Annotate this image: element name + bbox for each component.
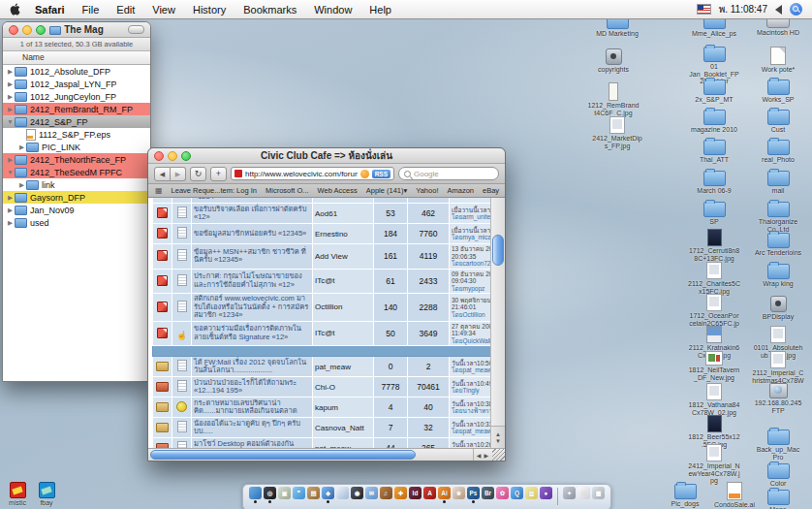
finder-row[interactable]: ▶used xyxy=(3,216,150,229)
menu-item-file[interactable]: File xyxy=(74,4,109,16)
dock-item-notes-doc[interactable]: ≡ xyxy=(578,487,591,503)
finder-row[interactable]: ▼2412_S&P_FP xyxy=(3,115,150,128)
disclosure-triangle-icon[interactable]: ▼ xyxy=(6,118,15,125)
bookmark-item[interactable]: Amazon xyxy=(447,186,474,195)
last-post-author-link[interactable]: โดยOctillion xyxy=(452,311,490,319)
dock-item-spot-key[interactable]: ✦ xyxy=(563,487,577,503)
desktop-icon-1812-vathana84cx78w-02-jpg[interactable]: 1812_Vathana84Cx78W_02.jpg xyxy=(688,383,740,416)
finder-row[interactable]: ▶1012_Absolute_DFP xyxy=(3,65,150,78)
snapback-icon[interactable] xyxy=(360,170,369,178)
dock-item-trash[interactable]: ▦ xyxy=(592,487,606,503)
volume-icon[interactable] xyxy=(775,5,782,15)
finder-row[interactable]: 1112_S&P_FP.eps xyxy=(3,128,150,141)
desktop-icon-real-photo[interactable]: real_Photo xyxy=(752,140,804,164)
desktop-icon-fbay[interactable]: fbay xyxy=(20,482,73,507)
dock-item-itunes[interactable]: ♪ xyxy=(336,487,350,503)
disclosure-triangle-icon[interactable]: ▶ xyxy=(6,194,15,202)
dock-item-finder[interactable] xyxy=(249,487,263,503)
reload-button[interactable]: ↻ xyxy=(190,167,206,181)
author-link[interactable]: Casnova_Natt xyxy=(315,424,364,432)
dock-item-toolbox[interactable]: ✚ xyxy=(394,487,408,503)
last-post-author-link[interactable]: โดยนางฟ้าหรรษา xyxy=(452,407,490,415)
author-link[interactable]: Aod61 xyxy=(315,209,337,218)
last-post-author-link[interactable]: โดยpat_meaw xyxy=(452,428,490,435)
dock-item-preview[interactable]: ▣ xyxy=(278,487,292,503)
disclosure-triangle-icon[interactable]: ▶ xyxy=(17,143,26,151)
author-link[interactable]: ITc@t xyxy=(315,276,335,285)
topic-subject-link[interactable]: ขอข้อมูลสมาชิกหน่อยครับ «12345» xyxy=(194,230,310,239)
add-bookmark-button[interactable]: + xyxy=(210,167,227,181)
menu-item-bookmarks[interactable]: Bookmarks xyxy=(234,4,305,16)
menu-item-help[interactable]: Help xyxy=(360,4,400,16)
last-post-author-link[interactable]: โดยTingly xyxy=(452,387,490,395)
finder-row[interactable]: ▼2412_TheSeedM FPFC xyxy=(3,166,150,178)
search-placeholder[interactable]: Google xyxy=(414,170,439,178)
horizontal-scroll-thumb[interactable] xyxy=(150,450,416,460)
disclosure-triangle-icon[interactable]: ▶ xyxy=(17,181,26,189)
dock-item-photoshop[interactable]: Ps xyxy=(467,487,481,503)
topic-subject-link[interactable]: น้องออได้แวะมาดูคับ ดุๆ ปีกๆ ครับบบ..... xyxy=(194,420,310,436)
disclosure-triangle-icon[interactable]: ▶ xyxy=(6,93,15,101)
bookmark-item[interactable]: Leave Reque...tem: Log In xyxy=(172,186,257,195)
disclosure-triangle-icon[interactable]: ▶ xyxy=(6,68,15,76)
dock-item-garageband[interactable]: ♬ xyxy=(380,487,393,503)
dock-item-acrobat[interactable]: A xyxy=(423,487,437,503)
desktop-icon-wrap-king[interactable]: Wrap king xyxy=(752,264,804,288)
bookmark-item[interactable]: Web Access xyxy=(318,186,358,195)
desktop-icon-192-168-80-245-ftp[interactable]: 192.168.80.245 FTP xyxy=(752,383,804,414)
menu-item-edit[interactable]: Edit xyxy=(108,4,143,16)
author-link[interactable]: pat_meaw xyxy=(315,363,351,371)
finder-row[interactable]: ▶1012_JungCeylon_FP xyxy=(3,90,150,103)
finder-row[interactable]: ▶2412_TheNorthFace_FP xyxy=(3,153,150,166)
last-post-author-link[interactable]: โดยcartoon7257 xyxy=(452,260,490,268)
menu-item-view[interactable]: View xyxy=(143,4,184,16)
last-post-author-link[interactable]: โดยmya_mica xyxy=(452,234,490,241)
desktop-icon-sp[interactable]: SP xyxy=(688,202,740,226)
input-language-flag-icon[interactable] xyxy=(697,4,711,15)
desktop-icon-thaiorganize-co-ltd[interactable]: Thaiorganize Co.,Ltd xyxy=(752,202,804,233)
finder-row[interactable]: ▶1012_Jaspal_LYN_FP xyxy=(3,78,150,90)
horizontal-scroll-arrows[interactable]: ◀▶ xyxy=(473,449,491,461)
topic-subject-link[interactable]: ป่วนป่วนป่วยอะไรก็ได้ให้ถามพระ «12...194… xyxy=(194,379,310,396)
desktop-icon-mail[interactable]: mail xyxy=(752,171,804,195)
vertical-scrollbar[interactable]: ▲▼ xyxy=(490,198,505,448)
desktop-icon-copyrights[interactable]: copyrights xyxy=(587,48,640,74)
finder-row[interactable]: ▶link xyxy=(3,178,150,191)
safari-titlebar[interactable]: Civic Club Cafe => ห้องนั่งเล่น xyxy=(148,148,505,164)
toolbar-toggle-button[interactable] xyxy=(128,25,144,34)
last-post-author-link[interactable]: โดยQuickWalker xyxy=(452,337,490,345)
desktop-icon-work-pote[interactable]: Work pote* xyxy=(752,47,804,74)
bookmark-item[interactable]: Yahoo! xyxy=(416,186,438,195)
dock-item-quicktime[interactable]: Q xyxy=(511,487,524,503)
dock-item-iphoto[interactable]: ❀ xyxy=(453,487,466,503)
author-link[interactable]: Chi-O xyxy=(315,383,335,392)
last-post-author-link[interactable]: โดยmypopz xyxy=(452,285,490,293)
author-link[interactable]: kapum xyxy=(315,403,338,412)
spotlight-icon[interactable] xyxy=(790,3,802,16)
dock-item-dvd-player[interactable]: ◉ xyxy=(351,487,364,503)
address-field[interactable]: http://www.welovecivic.com/forum/index.p… xyxy=(231,167,394,180)
finder-name-column-header[interactable]: Name xyxy=(3,51,150,65)
disclosure-triangle-icon[interactable]: ▶ xyxy=(6,106,15,113)
topic-subject-link[interactable]: กระดาษหมายเลขปริศนาน่าคิด......มากมายเหล… xyxy=(194,399,310,416)
bookmarks-grid-icon[interactable]: ▦ xyxy=(155,186,163,195)
forward-button[interactable]: ▶ xyxy=(171,167,186,181)
desktop-icon-cust[interactable]: Cust xyxy=(752,110,804,134)
dock-item-dashboard[interactable]: ◎ xyxy=(264,487,277,503)
dock-item-mail[interactable]: ✉ xyxy=(365,487,379,503)
finder-row[interactable]: ▶2412_RemBrandt_RM_FP xyxy=(3,103,150,115)
bookmark-item[interactable]: Apple (141)▾ xyxy=(366,186,408,195)
desktop-icon-back-up-mac-pro[interactable]: Back_up_Mac Pro xyxy=(752,429,804,461)
last-post-author-link[interactable]: โดยarm_united xyxy=(452,213,490,221)
topic-subject-link[interactable]: ขอความร่วมมือเรื่องการติดภาพในลายเซ็นต์ห… xyxy=(194,325,310,341)
last-post-author-link[interactable]: โดยpat_meaw xyxy=(452,366,490,374)
desktop-icon-works-sp[interactable]: Works_SP xyxy=(752,80,804,104)
vertical-scroll-thumb[interactable] xyxy=(492,235,504,266)
dock-item-indesign[interactable]: Id xyxy=(409,487,422,503)
vertical-scroll-arrows[interactable]: ▲▼ xyxy=(491,426,505,448)
disclosure-triangle-icon[interactable]: ▶ xyxy=(6,80,15,88)
search-field[interactable]: Google xyxy=(398,167,499,180)
topic-subject-link[interactable]: ข้อมูล++ MSN++สมาชิก ชาวซีวิค ที่นี่ครับ… xyxy=(194,248,310,265)
desktop-icon-thai-att[interactable]: Thai_ATT xyxy=(688,140,740,164)
apple-menu-icon[interactable] xyxy=(10,3,22,16)
